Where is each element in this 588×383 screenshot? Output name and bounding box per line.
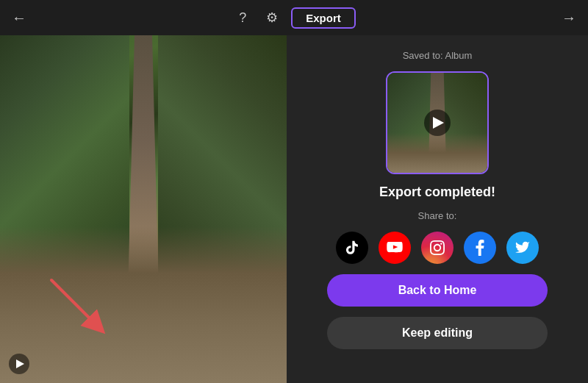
youtube-icon[interactable]	[379, 232, 411, 264]
back-button[interactable]: ←	[12, 10, 26, 26]
back-to-home-button[interactable]: Back to Home	[327, 274, 548, 307]
export-button[interactable]: Export	[291, 7, 356, 29]
facebook-icon[interactable]	[464, 232, 496, 264]
export-thumbnail[interactable]	[386, 71, 489, 174]
right-panel: Saved to: Album Export completed! Share …	[287, 35, 588, 383]
video-preview	[0, 35, 287, 383]
saved-label: Saved to: Album	[403, 50, 473, 61]
settings-icon[interactable]: ⚙	[262, 7, 282, 28]
help-icon[interactable]: ?	[232, 7, 253, 28]
instagram-icon[interactable]	[421, 232, 453, 264]
tiktok-icon[interactable]	[336, 232, 368, 264]
social-row	[336, 232, 539, 264]
top-bar: ← ? ⚙ Export →	[0, 0, 588, 35]
forward-icon[interactable]: →	[562, 10, 576, 26]
top-bar-left: ←	[12, 10, 26, 26]
thumbnail-play-button[interactable]	[424, 110, 451, 136]
top-bar-center: ? ⚙ Export	[232, 7, 356, 29]
thumb-ground	[387, 133, 487, 173]
video-panel	[0, 35, 287, 383]
ground-overlay	[0, 226, 287, 383]
video-play-button[interactable]	[9, 354, 29, 374]
main-content: Saved to: Album Export completed! Share …	[0, 35, 588, 383]
export-done-label: Export completed!	[379, 185, 495, 200]
share-label: Share to:	[418, 210, 457, 221]
twitter-icon[interactable]	[506, 232, 539, 264]
keep-editing-button[interactable]: Keep editing	[327, 317, 548, 349]
